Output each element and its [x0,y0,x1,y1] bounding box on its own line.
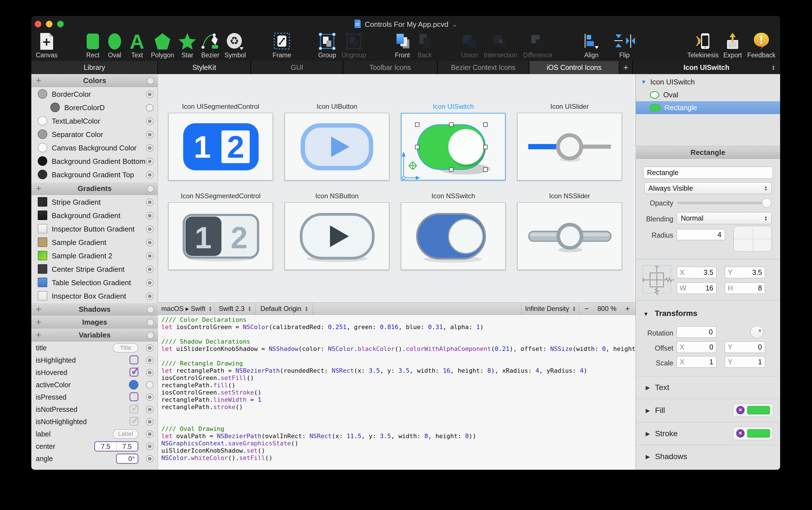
artboard-ui-slider[interactable] [517,113,622,180]
variable-item-activeColor[interactable]: activeColor [31,378,158,391]
variable-checkbox[interactable] [129,404,138,414]
library-target-icon[interactable] [146,252,153,260]
rotation-knob[interactable] [751,326,763,339]
no-color-icon[interactable]: ✕ [736,429,745,437]
gradient-swatch[interactable] [38,251,47,260]
no-color-icon[interactable]: ✕ [736,406,745,414]
library-target-icon[interactable] [146,104,153,112]
color-swatch[interactable] [38,116,47,125]
stepper-icon[interactable]: ▲▼ [772,65,775,70]
code-editor[interactable]: //// Color Declarationslet iosControlGre… [158,315,636,470]
variable-pill-button[interactable]: Label [113,429,138,439]
variable-item-label[interactable]: labelLabel [31,428,158,440]
variable-checkbox[interactable] [129,368,138,377]
artboard-ui-switch[interactable] [401,113,505,180]
library-target-icon[interactable] [146,406,153,413]
scale-x-field[interactable]: X 1 [677,356,716,368]
origin-dropdown[interactable]: Default Origin▲▼ [256,303,313,315]
stroke-color-button[interactable]: ✕ [733,427,773,440]
color-swatch[interactable] [38,89,47,99]
library-target-icon[interactable] [146,418,153,426]
color-item-4[interactable]: Separator Color [31,128,158,141]
library-target-icon[interactable] [146,91,153,98]
variable-item-angle[interactable]: angle0° [31,452,158,465]
library-target-icon[interactable] [146,144,153,152]
variable-pill-button[interactable]: Title [113,343,138,352]
radius-field[interactable]: 4 [677,229,725,240]
gradient-item-5[interactable]: Sample Gradient 2 [31,249,158,262]
variable-item-center[interactable]: center7.57.5 [31,440,158,452]
color-item-7[interactable]: Background Gradient Top [31,168,158,181]
resizing-springs-diagram[interactable] [642,265,675,295]
variable-point-field[interactable]: 7.57.5 [94,441,138,452]
shadows-section-toggle[interactable] [147,306,154,313]
layer-row-oval[interactable]: Oval [636,88,780,101]
zoom-level[interactable]: 800 % [594,303,620,315]
tab-library[interactable]: Library [31,61,158,74]
corner-radius-selector[interactable] [733,226,772,252]
gradients-section-toggle[interactable] [147,185,154,192]
color-swatch[interactable] [38,156,47,166]
gradient-swatch[interactable] [38,210,47,220]
variable-checkbox[interactable] [129,356,138,364]
library-target-icon[interactable] [146,430,153,438]
layer-row-rectangle[interactable]: Rectangle [636,101,780,114]
library-target-icon[interactable] [146,292,153,300]
gradient-swatch[interactable] [38,291,47,301]
gradient-swatch[interactable] [38,224,47,233]
color-swatch[interactable] [38,170,47,179]
opacity-slider-track[interactable] [677,202,770,204]
variable-item-isNotHighlighted[interactable]: isNotHighlighted [31,416,158,428]
library-target-icon[interactable] [146,357,153,364]
transforms-section-header[interactable]: ▼ Transforms [643,309,697,318]
images-section-toggle[interactable] [147,319,154,326]
add-images-button[interactable]: + [36,316,41,328]
color-swatch[interactable] [38,130,47,139]
zoom-in-button[interactable]: + [620,303,635,315]
artboard-ns-button[interactable] [285,202,389,270]
library-target-icon[interactable] [146,381,153,389]
frame-w-field[interactable]: W 16 [677,282,716,294]
add-variables-button[interactable]: + [36,329,41,340]
disclosure-triangle-icon[interactable]: ▶ [646,384,650,391]
gradient-item-7[interactable]: Table Selection Gradient [31,276,158,289]
add-gradients-button[interactable]: + [36,183,41,194]
gradient-item-4[interactable]: Sample Gradient [31,236,158,249]
library-target-icon[interactable] [146,117,153,125]
offset-x-field[interactable]: X 0 [677,341,716,353]
section-row-shadows[interactable]: ▶ Shadows [636,445,780,468]
offset-y-field[interactable]: Y 0 [725,341,765,353]
section-row-text[interactable]: ▶ Text [636,376,780,399]
add-shadows-button[interactable]: + [36,304,41,315]
library-target-icon[interactable] [146,199,153,206]
disclosure-triangle-icon[interactable]: ▼ [643,311,649,317]
gradient-item-3[interactable]: Inspector Button Gradient [31,222,158,236]
disclosure-triangle-icon[interactable]: ▶ [646,453,650,460]
library-target-icon[interactable] [146,266,153,273]
variable-color-well[interactable] [129,380,138,390]
variable-item-isHovered[interactable]: isHovered [31,366,158,378]
variable-item-title[interactable]: titleTitle [31,342,158,354]
library-target-icon[interactable] [146,158,153,165]
color-item-3[interactable]: TextLabelColor [31,114,158,128]
rotation-field[interactable]: 0 [677,326,716,338]
tab-add-tab[interactable]: + [619,61,633,74]
density-dropdown[interactable]: Infinite Density▲▼ [521,303,579,315]
artboard-ns-slider[interactable] [517,202,622,270]
disclosure-triangle-icon[interactable]: ▶ [646,407,650,414]
layer-root-row[interactable]: ▼ Icon UISwitch [636,76,780,88]
tab-gui[interactable]: GUI [251,61,343,74]
variables-section-toggle[interactable] [147,332,154,339]
colors-section-toggle[interactable] [147,77,154,84]
variable-checkbox[interactable] [129,392,138,401]
artboard-ns-switch[interactable] [401,202,505,270]
blending-dropdown[interactable]: Normal ▲▼ [677,212,772,224]
scale-y-field[interactable]: Y 1 [725,356,765,368]
zoom-out-button[interactable]: − [579,303,594,315]
library-target-icon[interactable] [146,369,153,376]
stroke-swatch[interactable] [747,429,770,437]
frame-x-field[interactable]: X 3.5 [677,267,716,278]
library-target-icon[interactable] [146,393,153,401]
variable-value-field[interactable]: 0° [116,454,138,464]
artboard-ns-segmented[interactable]: 12 [168,202,273,270]
